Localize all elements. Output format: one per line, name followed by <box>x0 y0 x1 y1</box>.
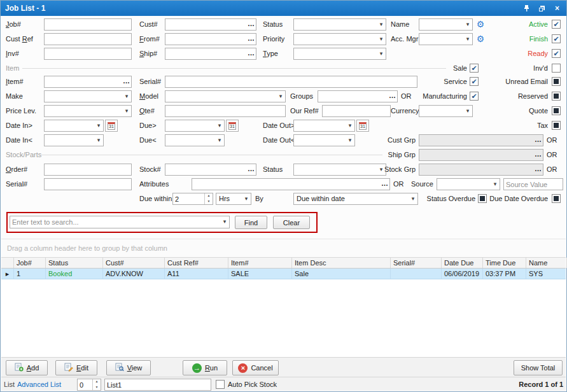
cell-name[interactable]: SYS <box>526 269 567 279</box>
pin-icon[interactable] <box>522 4 531 13</box>
attributes-field[interactable]: … <box>192 178 390 190</box>
model-combo[interactable]: ▾ <box>165 90 286 102</box>
auto-pick-stock-checkbox[interactable] <box>216 380 225 389</box>
cust-field[interactable]: … <box>165 18 256 31</box>
spin-up-icon[interactable]: ▲ <box>93 379 101 385</box>
show-total-button[interactable]: Show Total <box>514 360 563 375</box>
col-header-cust[interactable]: Cust# <box>103 258 165 268</box>
due-gt-calendar-icon[interactable]: 31 <box>226 120 239 132</box>
list-count-input[interactable] <box>78 379 92 390</box>
cust-ref-input[interactable] <box>44 33 132 45</box>
invd-checkbox[interactable] <box>552 64 561 73</box>
make-combo[interactable]: ▾ <box>44 90 132 102</box>
currency-combo[interactable]: ▾ <box>419 105 473 117</box>
clear-button[interactable]: Clear <box>273 216 310 229</box>
date-out-lt-combo[interactable]: ▾ <box>293 134 355 146</box>
cancel-button[interactable]: × Cancel <box>232 360 279 375</box>
stock-serial-input[interactable] <box>44 178 132 190</box>
name-combo[interactable]: ▾ <box>419 18 473 31</box>
service-checkbox[interactable]: ✔ <box>470 77 479 86</box>
cell-cust[interactable]: ADV.KNOW <box>103 269 165 279</box>
source-combo[interactable]: ▾ <box>437 178 500 190</box>
stock-field[interactable]: … <box>165 164 256 176</box>
name-settings-gear-icon[interactable]: ⚙ <box>475 18 486 31</box>
ellipsis-icon[interactable]: … <box>246 34 256 45</box>
advanced-list-link[interactable]: Advanced List <box>17 379 61 390</box>
due-within-date-combo[interactable]: Due within date▾ <box>293 193 418 205</box>
close-icon[interactable]: × <box>552 4 562 13</box>
ellipsis-icon[interactable]: … <box>246 164 256 175</box>
date-in-lt-combo[interactable]: ▾ <box>44 134 104 146</box>
price-lev-combo[interactable]: ▾ <box>44 105 132 117</box>
item-input[interactable] <box>45 76 122 87</box>
stock-input[interactable] <box>165 164 246 175</box>
cell-cust-ref[interactable]: A11 <box>165 269 228 279</box>
table-row[interactable]: ▸ 1 Booked ADV.KNOW A11 SALE Sale 06/06/… <box>1 269 566 279</box>
due-lt-combo[interactable]: ▾ <box>165 134 225 146</box>
list-name-input[interactable] <box>104 379 211 391</box>
cell-status[interactable]: Booked <box>46 269 103 279</box>
due-within-unit-combo[interactable]: Hrs▾ <box>216 193 251 205</box>
list-count-spinner[interactable]: ▲▼ <box>77 379 101 391</box>
from-field[interactable]: … <box>165 33 256 45</box>
due-gt-combo[interactable]: ▾ <box>165 120 225 132</box>
manufacturing-checkbox[interactable]: ✔ <box>470 92 479 101</box>
unread-email-checkbox[interactable] <box>552 77 561 86</box>
col-header-item-desc[interactable]: Item Desc <box>292 258 391 268</box>
edit-button[interactable]: Edit <box>55 360 97 375</box>
due-date-overdue-checkbox[interactable] <box>552 194 561 203</box>
spin-up-icon[interactable]: ▲ <box>205 193 213 199</box>
inv-input[interactable] <box>44 48 132 60</box>
ship-field[interactable]: … <box>165 48 256 60</box>
from-input[interactable] <box>165 34 246 45</box>
cell-date-due[interactable]: 06/06/2019 <box>442 269 483 279</box>
qte-input[interactable] <box>165 105 286 117</box>
search-combo[interactable]: ▾ <box>10 216 230 228</box>
due-within-value-input[interactable] <box>173 193 204 204</box>
our-ref-input[interactable] <box>322 105 391 117</box>
quote-checkbox[interactable] <box>552 106 561 115</box>
ship-input[interactable] <box>165 48 246 59</box>
tax-checkbox[interactable] <box>552 121 561 130</box>
add-button[interactable]: Add <box>6 360 48 375</box>
ready-checkbox[interactable]: ✔ <box>552 49 561 58</box>
col-header-status[interactable]: Status <box>46 258 103 268</box>
priority-combo[interactable]: ▾ <box>293 33 386 45</box>
date-out-gt-calendar-icon[interactable]: 31 <box>356 120 369 132</box>
acc-mgr-combo[interactable]: ▾ <box>419 33 473 45</box>
col-header-item[interactable]: Item# <box>228 258 292 268</box>
ellipsis-icon[interactable]: … <box>246 19 256 30</box>
groups-field[interactable]: … <box>318 90 398 102</box>
ellipsis-icon[interactable]: … <box>380 179 389 190</box>
source-value-input[interactable] <box>503 178 563 190</box>
col-header-time-due[interactable]: Time Due <box>483 258 526 268</box>
dropdown-arrow-icon[interactable]: ▾ <box>220 216 229 228</box>
status-overdue-checkbox[interactable] <box>478 194 487 203</box>
reserved-checkbox[interactable] <box>552 92 561 101</box>
cell-serial[interactable] <box>391 269 442 279</box>
cust-input[interactable] <box>165 19 246 30</box>
acc-mgr-settings-gear-icon[interactable]: ⚙ <box>475 33 486 45</box>
col-header-job[interactable]: Job# <box>14 258 46 268</box>
type-combo[interactable]: ▾ <box>293 48 386 60</box>
finish-checkbox[interactable]: ✔ <box>552 34 561 43</box>
cell-item-desc[interactable]: Sale <box>292 269 391 279</box>
find-button[interactable]: Find <box>235 216 267 229</box>
serial-input[interactable] <box>165 76 417 88</box>
col-header-cust-ref[interactable]: Cust Ref# <box>165 258 228 268</box>
sale-checkbox[interactable]: ✔ <box>470 64 479 73</box>
view-button[interactable]: View <box>106 360 151 375</box>
ellipsis-icon[interactable]: … <box>246 48 256 59</box>
col-header-date-due[interactable]: Date Due <box>442 258 483 268</box>
run-button[interactable]: → Run <box>183 360 227 375</box>
order-input[interactable] <box>44 164 132 176</box>
cell-item[interactable]: SALE <box>228 269 292 279</box>
date-in-gt-calendar-icon[interactable]: 31 <box>105 120 118 132</box>
ellipsis-icon[interactable]: … <box>388 91 397 102</box>
active-checkbox[interactable]: ✔ <box>552 20 561 29</box>
spin-down-icon[interactable]: ▼ <box>205 199 213 205</box>
cell-time-due[interactable]: 03:37 PM <box>483 269 526 279</box>
groups-input[interactable] <box>318 91 388 102</box>
col-header-serial[interactable]: Serial# <box>391 258 442 268</box>
search-input[interactable] <box>10 216 220 228</box>
